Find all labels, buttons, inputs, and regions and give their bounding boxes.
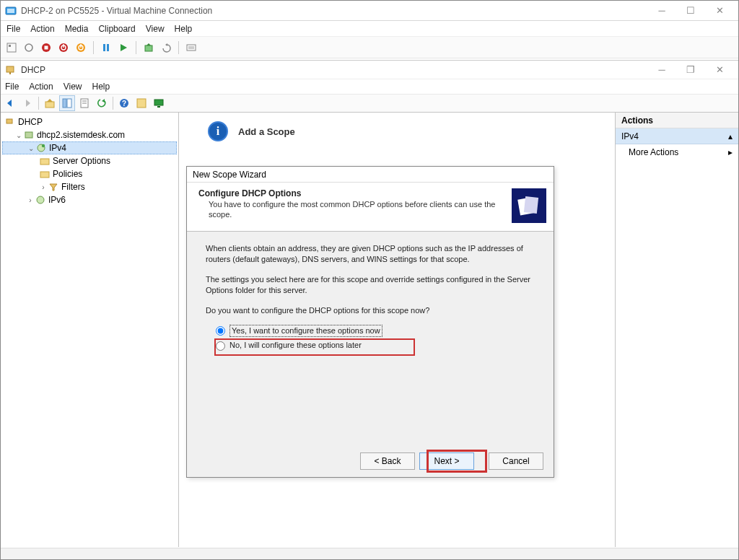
svg-rect-42 [40,159,49,165]
vm-toolbar [1,37,738,58]
expander-icon[interactable]: ⌄ [15,131,22,139]
svg-rect-35 [137,99,146,108]
svg-rect-37 [157,106,160,108]
svg-rect-21 [6,66,14,72]
play-icon[interactable] [117,41,130,54]
wizard-header-icon [512,188,546,223]
inner-close-button[interactable]: ✕ [705,61,734,79]
power-icon[interactable] [74,41,87,54]
forward-icon[interactable] [19,95,35,111]
svg-rect-38 [6,119,12,123]
svg-rect-2 [7,43,16,52]
vm-menu-file[interactable]: File [6,24,20,34]
dhcp-menu-view[interactable]: View [64,82,82,92]
svg-rect-16 [145,45,152,51]
wizard-button-row: < Back Next > Cancel [360,452,543,470]
refresh-icon[interactable] [94,95,110,111]
dhcp-app-icon [5,64,17,76]
help-icon[interactable]: ? [116,95,132,111]
svg-marker-18 [165,43,167,46]
dhcp-menu-action[interactable]: Action [29,82,53,92]
tree-root-dhcp[interactable]: DHCP [2,115,177,128]
cancel-button[interactable]: Cancel [489,452,543,470]
radio-no-input[interactable] [216,341,225,351]
dhcp-menu-help[interactable]: Help [92,82,110,92]
display-icon[interactable] [151,95,167,111]
tree-pane[interactable]: DHCP ⌄ dhcp2.sistemdesk.com ⌄ IPv4 Serve… [1,113,179,547]
expander-icon[interactable]: › [40,183,47,191]
enhanced-session-icon[interactable] [185,41,198,54]
svg-rect-47 [524,196,538,214]
ctrl-alt-del-icon[interactable] [5,41,18,54]
vm-app-icon [5,5,17,17]
close-button[interactable]: ✕ [705,1,734,20]
checkpoint-icon[interactable] [142,41,155,54]
svg-rect-1 [7,9,14,13]
wizard-titlebar[interactable]: New Scope Wizard [187,167,554,183]
vm-menu-clipboard[interactable]: Clipboard [98,24,135,34]
toolbar-separator [136,41,136,54]
tree-filters[interactable]: › Filters [2,180,177,193]
ipv4-icon [36,143,46,153]
vm-menu-help[interactable]: Help [175,24,193,34]
svg-marker-44 [50,184,57,191]
vm-menu-action[interactable]: Action [30,24,54,34]
svg-marker-24 [26,100,30,107]
maximize-button[interactable]: ☐ [676,1,705,20]
export-list-icon[interactable] [134,95,149,111]
tree-server-options[interactable]: Server Options [2,154,177,167]
tree-server-options-label: Server Options [53,156,110,166]
svg-point-45 [37,196,44,204]
dhcp-menu-file[interactable]: File [5,82,19,92]
revert-icon[interactable] [159,41,172,54]
expander-icon[interactable]: › [27,196,34,204]
tree-ipv6[interactable]: › IPv6 [2,193,177,206]
radio-configure-now[interactable]: Yes, I want to configure these options n… [216,325,535,337]
wizard-body: When clients obtain an address, they are… [187,232,554,357]
tree-server[interactable]: ⌄ dhcp2.sistemdesk.com [2,128,177,141]
vm-menu-view[interactable]: View [146,24,165,34]
properties-icon[interactable] [76,95,92,111]
add-scope-title: Add a Scope [238,126,295,137]
filter-icon [48,182,58,192]
radio-configure-later[interactable]: No, I will configure these options later [216,340,535,351]
tree-ipv4[interactable]: ⌄ IPv4 [2,141,177,154]
svg-point-41 [42,144,45,147]
folder-icon [40,169,50,179]
back-button[interactable]: < Back [360,452,415,470]
pause-icon[interactable] [100,41,113,54]
inner-restore-button[interactable]: ❐ [676,61,705,79]
svg-point-4 [25,44,32,51]
stop-icon[interactable] [40,41,53,54]
vm-window-controls: ─ ☐ ✕ [647,1,734,20]
actions-selected-node[interactable]: IPv4 ▴ [616,128,738,144]
svg-marker-32 [102,99,105,102]
up-icon[interactable] [42,95,58,111]
vm-menu-media[interactable]: Media [65,24,89,34]
record-icon[interactable] [22,41,35,54]
ipv6-icon [35,195,45,205]
svg-rect-25 [45,102,54,108]
svg-rect-39 [25,132,32,138]
actions-more-actions[interactable]: More Actions ▸ [616,144,738,160]
radio-yes-input[interactable] [216,326,225,336]
svg-rect-36 [154,100,163,105]
back-icon[interactable] [2,95,18,111]
wizard-paragraph-3: Do you want to configure the DHCP option… [206,305,535,316]
show-hide-tree-icon[interactable] [59,95,75,111]
svg-text:?: ? [122,100,126,108]
tree-policies[interactable]: Policies [2,167,177,180]
expander-icon[interactable]: ⌄ [27,144,35,152]
shutdown-icon[interactable] [57,41,70,54]
dhcp-title: DHCP [21,65,647,75]
svg-rect-14 [107,44,109,51]
inner-minimize-button[interactable]: ─ [647,61,676,79]
wizard-paragraph-2: The settings you select here are for thi… [206,274,535,297]
submenu-arrow-icon: ▸ [728,147,733,157]
toolbar-separator [93,41,94,54]
svg-rect-13 [103,44,105,51]
minimize-button[interactable]: ─ [647,1,676,20]
vm-menu-bar: File Action Media Clipboard View Help [1,21,738,37]
next-button[interactable]: Next > [419,452,474,470]
dhcp-menu-bar: File Action View Help [1,79,738,94]
